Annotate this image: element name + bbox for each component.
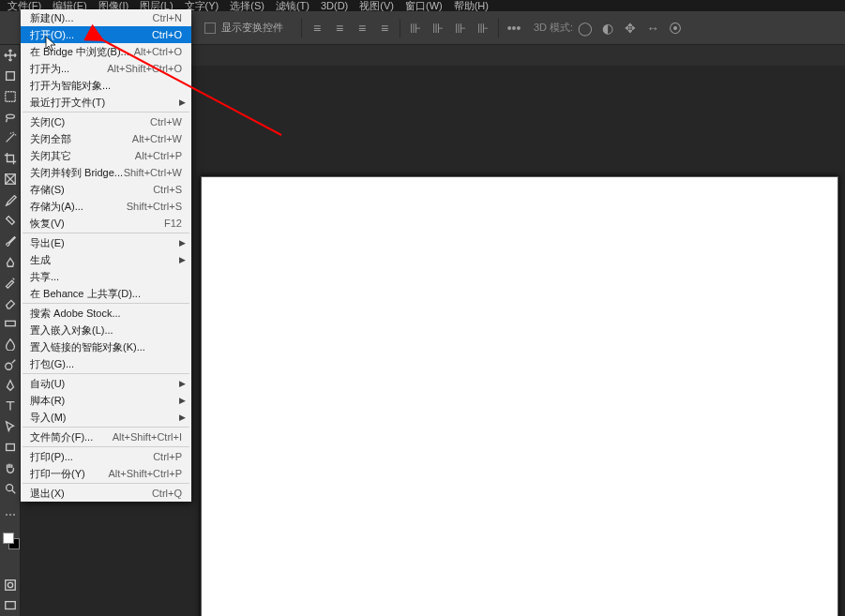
menubar-item[interactable]: 帮助(H) [448,0,494,13]
3d-pan-icon[interactable]: ✥ [620,18,641,38]
quickmask-icon[interactable] [0,575,21,595]
menu-item-shortcut: Alt+Ctrl+P [135,150,182,161]
menu-item[interactable]: 打开(O)...Ctrl+O [21,26,191,43]
menu-item[interactable]: 关闭全部Alt+Ctrl+W [21,130,191,147]
menu-item-shortcut: Alt+Ctrl+O [134,46,182,57]
zoom-tool[interactable] [0,478,21,499]
menubar-item[interactable]: 选择(S) [224,0,270,13]
gradient-tool[interactable] [0,313,21,334]
menu-item[interactable]: 最近打开文件(T)▶ [21,94,191,111]
more-icon[interactable]: ••• [504,18,524,38]
dodge-tool[interactable] [0,354,21,375]
file-menu[interactable]: 新建(N)...Ctrl+N打开(O)...Ctrl+O在 Bridge 中浏览… [21,9,191,502]
color-swatches[interactable] [0,533,20,561]
menu-item-shortcut: Ctrl+W [150,116,182,128]
menu-item-label: 导入(M) [30,411,182,425]
3d-mode-label: 3D 模式: [534,21,573,35]
clone-tool[interactable] [0,251,21,272]
pen-tool[interactable] [0,375,21,396]
menubar-item[interactable]: 3D(D) [315,0,354,11]
menu-item[interactable]: 打印(P)...Ctrl+P [21,448,191,465]
menu-item[interactable]: 打印一份(Y)Alt+Shift+Ctrl+P [21,465,191,482]
show-transform-checkbox[interactable] [204,23,216,34]
svg-point-9 [8,582,12,587]
rectangle-tool[interactable] [0,437,21,458]
menu-item-label: 存储为(A)... [30,200,127,214]
screenmode-icon[interactable] [0,595,21,616]
history-brush-tool[interactable] [0,272,21,293]
menu-item[interactable]: 脚本(R)▶ [21,392,191,409]
document-canvas[interactable] [201,176,838,616]
menu-item[interactable]: 关闭(C)Ctrl+W [21,113,191,130]
menu-item[interactable]: 在 Behance 上共享(D)... [21,285,191,302]
align-right-icon[interactable]: ≡ [352,18,372,38]
menu-item[interactable]: 导出(E)▶ [21,234,191,251]
menu-item[interactable]: 打包(G)... [21,355,191,372]
menu-item-label: 文件简介(F)... [30,430,113,444]
menu-item[interactable]: 生成▶ [21,251,191,268]
distribute-left-icon[interactable]: ⊪ [473,18,493,38]
brush-tool[interactable] [0,231,21,251]
menubar-item[interactable]: 滤镜(T) [270,0,315,13]
type-tool[interactable] [0,396,21,416]
menu-item[interactable]: 关闭其它Alt+Ctrl+P [21,147,191,164]
distribute-vcenter-icon[interactable]: ⊪ [428,18,448,38]
artboard-tool[interactable] [0,66,21,86]
menu-item[interactable]: 共享... [21,268,191,285]
align-left-icon[interactable]: ≡ [307,18,327,38]
3d-roll-icon[interactable]: ◐ [597,18,618,38]
menu-item-shortcut: Shift+Ctrl+W [124,167,182,178]
menu-item[interactable]: 恢复(V)F12 [21,215,191,232]
distribute-top-icon[interactable]: ⊪ [405,18,426,38]
more-tools-icon[interactable]: ⋯ [0,504,21,525]
menu-item-label: 关闭全部 [30,132,132,146]
frame-tool[interactable] [0,169,21,189]
menu-item[interactable]: 关闭并转到 Bridge...Shift+Ctrl+W [21,164,191,181]
menu-item[interactable]: 存储为(A)...Shift+Ctrl+S [21,198,191,215]
3d-orbit-icon[interactable]: ◯ [575,18,596,38]
menu-item[interactable]: 打开为...Alt+Shift+Ctrl+O [21,60,191,77]
crop-tool[interactable] [0,148,21,169]
svg-rect-4 [6,321,16,325]
menu-item-label: 存储(S) [30,183,153,197]
blur-tool[interactable] [0,334,21,354]
menu-item[interactable]: 自动(U)▶ [21,375,191,392]
menu-item[interactable]: 退出(X)Ctrl+Q [21,485,191,502]
eraser-tool[interactable] [0,293,21,313]
path-select-tool[interactable] [0,416,21,437]
menu-item-label: 生成 [30,253,182,267]
menu-item-label: 置入链接的智能对象(K)... [30,340,182,354]
menu-item-label: 在 Behance 上共享(D)... [30,287,182,301]
lasso-tool[interactable] [0,107,21,128]
menu-item[interactable]: 搜索 Adobe Stock... [21,305,191,322]
align-top-icon[interactable]: ≡ [374,18,395,38]
menu-item[interactable]: 存储(S)Ctrl+S [21,181,191,198]
3d-slide-icon[interactable]: ↔ [642,18,663,38]
submenu-arrow-icon: ▶ [179,396,186,405]
menu-item[interactable]: 导入(M)▶ [21,409,191,426]
foreground-color-swatch[interactable] [3,533,14,544]
menu-item[interactable]: 置入链接的智能对象(K)... [21,338,191,355]
menu-item-label: 关闭并转到 Bridge... [30,166,124,180]
menubar-item[interactable]: 视图(V) [354,0,400,13]
svg-rect-0 [7,72,15,81]
move-tool[interactable] [0,45,21,66]
eyedropper-tool[interactable] [0,189,21,210]
marquee-tool[interactable] [0,86,21,107]
align-center-h-icon[interactable]: ≡ [329,18,350,38]
healing-tool[interactable] [0,210,21,231]
distribute-bottom-icon[interactable]: ⊪ [450,18,471,38]
menu-item-label: 关闭(C) [30,115,150,129]
menu-item[interactable]: 置入嵌入对象(L)... [21,322,191,338]
menu-item-label: 新建(N)... [30,11,153,25]
menu-item[interactable]: 文件简介(F)...Alt+Shift+Ctrl+I [21,428,191,445]
menu-item-label: 打包(G)... [30,357,182,371]
menu-item[interactable]: 新建(N)...Ctrl+N [21,9,191,26]
menu-item-label: 关闭其它 [30,149,135,163]
menu-item[interactable]: 在 Bridge 中浏览(B)...Alt+Ctrl+O [21,43,191,60]
magic-wand-tool[interactable] [0,128,21,148]
hand-tool[interactable] [0,458,21,478]
3d-zoom-icon[interactable]: ⦿ [665,18,686,38]
menubar-item[interactable]: 窗口(W) [400,0,448,13]
menu-item[interactable]: 打开为智能对象... [21,77,191,94]
